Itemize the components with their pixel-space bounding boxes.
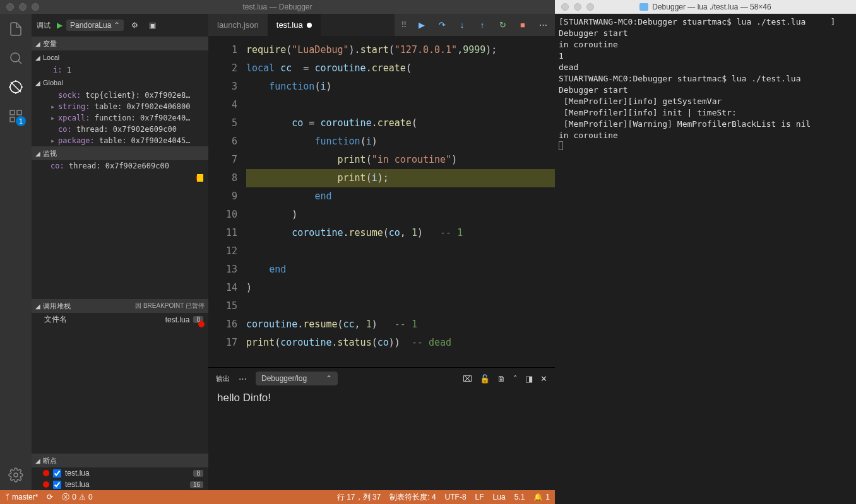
svg-rect-3 bbox=[17, 110, 21, 115]
problems[interactable]: ⓧ 0 ⚠ 0 bbox=[62, 492, 92, 503]
terminal-title: Debugger — lua ./test.lua — 58×46 bbox=[652, 3, 771, 11]
var-row[interactable]: ▸xpcall: function: 0x7f902e40… bbox=[32, 112, 208, 124]
var-row[interactable]: ▸package: table: 0x7f902e4045… bbox=[32, 135, 208, 146]
global-vars: sock: tcp{client}: 0x7f902e8… ▸string: t… bbox=[32, 90, 208, 146]
terminal-body[interactable]: [STUARTWANG-MC0:Debugger stuartmac$ lua … bbox=[555, 14, 856, 504]
notifications-icon[interactable]: 🔔 1 bbox=[533, 492, 550, 503]
git-branch[interactable]: ᛘ master* bbox=[5, 493, 38, 501]
watch-row: co: thread: 0x7f902e609c00 bbox=[32, 160, 208, 172]
close-window-icon[interactable] bbox=[6, 3, 14, 11]
code-body[interactable]: require("LuaDebug").start("127.0.0.1",99… bbox=[246, 36, 555, 367]
extensions-icon[interactable]: 1 bbox=[7, 107, 25, 125]
debug-sidebar: 调试 ▶ PandoraLua⌃ ⚙ ▣ ◢变量 ◢Local i: 1 ◢Gl… bbox=[32, 14, 208, 490]
svg-point-0 bbox=[11, 53, 20, 62]
open-file-icon[interactable]: 🗎 bbox=[497, 374, 506, 384]
editor-tabs: launch.json test.lua ⠿ ▶ ↷ ↓ ↑ ↻ ■ ⋯ bbox=[208, 14, 555, 36]
code-editor[interactable]: 1234567 8 9101112131415 16 17 require("L… bbox=[208, 36, 555, 367]
encoding[interactable]: UTF-8 bbox=[445, 492, 467, 503]
variables-section[interactable]: ◢变量 bbox=[32, 37, 208, 50]
more-icon[interactable]: ⋯ bbox=[537, 20, 549, 30]
step-into-icon[interactable]: ↓ bbox=[456, 20, 468, 30]
pause-reason: 因 BREAKPOINT 已暂停 bbox=[135, 302, 205, 310]
close-panel-icon[interactable]: ✕ bbox=[540, 374, 547, 384]
breakpoint-icon[interactable] bbox=[198, 321, 205, 327]
titlebar: test.lua — Debugger bbox=[0, 0, 555, 14]
clear-output-icon[interactable]: ⌧ bbox=[463, 374, 472, 384]
terminal-window: Debugger — lua ./test.lua — 58×46 [STUAR… bbox=[555, 0, 856, 504]
continue-icon[interactable]: ▶ bbox=[416, 20, 427, 30]
output-channel-select[interactable]: Debugger/log⌃ bbox=[256, 372, 338, 385]
explorer-icon[interactable] bbox=[7, 20, 25, 38]
split-icon[interactable]: ◨ bbox=[525, 374, 533, 384]
svg-rect-4 bbox=[10, 117, 15, 122]
debug-console-icon[interactable]: ▣ bbox=[145, 21, 159, 30]
variables-global[interactable]: ◢Global bbox=[32, 76, 208, 90]
current-line-icon bbox=[197, 174, 203, 182]
terminal-titlebar: Debugger — lua ./test.lua — 58×46 bbox=[555, 0, 856, 14]
folder-icon bbox=[639, 3, 648, 11]
language-mode[interactable]: Lua bbox=[493, 492, 506, 503]
var-row: co: thread: 0x7f902e609c00 bbox=[32, 124, 208, 135]
extensions-badge: 1 bbox=[16, 116, 26, 126]
panel-tab-output[interactable]: 输出 bbox=[216, 374, 230, 384]
activity-bar: 1 bbox=[0, 14, 32, 490]
stop-icon[interactable]: ■ bbox=[517, 20, 528, 30]
debug-toolbar: ⠿ ▶ ↷ ↓ ↑ ↻ ■ ⋯ bbox=[395, 14, 555, 36]
restart-icon[interactable]: ↻ bbox=[497, 20, 508, 30]
var-row: i: 1 bbox=[32, 64, 208, 76]
watch-section[interactable]: ◢监视 bbox=[32, 146, 208, 160]
debug-settings-icon[interactable]: ⚙ bbox=[128, 21, 141, 30]
gutter[interactable]: 1234567 8 9101112131415 16 17 bbox=[208, 36, 246, 367]
breakpoint-dot-icon bbox=[43, 470, 49, 476]
breakpoint-row[interactable]: test.lua16 bbox=[32, 479, 208, 490]
svg-rect-2 bbox=[10, 110, 15, 115]
local-vars: i: 1 bbox=[32, 64, 208, 76]
drag-handle-icon[interactable]: ⠿ bbox=[401, 20, 407, 30]
variables-local[interactable]: ◢Local bbox=[32, 50, 208, 64]
settings-gear-icon[interactable] bbox=[7, 466, 25, 484]
zoom-window-icon[interactable] bbox=[32, 3, 39, 11]
tab-size[interactable]: 制表符长度: 4 bbox=[389, 492, 436, 503]
window-title: test.lua — Debugger bbox=[0, 3, 555, 11]
start-debug-icon[interactable]: ▶ bbox=[57, 21, 62, 30]
debug-config-select[interactable]: PandoraLua⌃ bbox=[66, 20, 124, 31]
cursor-icon bbox=[559, 141, 563, 150]
search-icon[interactable] bbox=[7, 49, 25, 67]
debug-label: 调试 bbox=[37, 21, 51, 30]
tab-test-lua[interactable]: test.lua bbox=[268, 14, 321, 36]
lua-version[interactable]: 5.1 bbox=[514, 492, 525, 503]
output-panel: 输出 ⋯ Debugger/log⌃ ⌧ 🔓 🗎 ˄ ◨ ✕ hello Din… bbox=[208, 367, 555, 490]
status-bar: ᛘ master* ⟳ ⓧ 0 ⚠ 0 行 17，列 37 制表符长度: 4 U… bbox=[0, 490, 555, 504]
step-over-icon[interactable]: ↷ bbox=[436, 20, 448, 30]
cursor-position[interactable]: 行 17，列 37 bbox=[337, 492, 381, 503]
breakpoint-checkbox[interactable] bbox=[53, 469, 61, 478]
svg-point-5 bbox=[14, 473, 18, 477]
step-out-icon[interactable]: ↑ bbox=[477, 20, 488, 30]
tab-launch-json[interactable]: launch.json bbox=[208, 14, 268, 36]
modified-dot-icon bbox=[307, 23, 312, 28]
collapse-icon[interactable]: ˄ bbox=[513, 374, 518, 384]
callstack-section[interactable]: ◢调用堆栈因 BREAKPOINT 已暂停 bbox=[32, 299, 208, 313]
output-body[interactable]: hello Dinfo! bbox=[208, 389, 555, 490]
var-row: sock: tcp{client}: 0x7f902e8… bbox=[32, 90, 208, 101]
minimize-window-icon[interactable] bbox=[19, 3, 27, 11]
breakpoint-checkbox[interactable] bbox=[53, 481, 61, 489]
debug-icon[interactable] bbox=[7, 78, 25, 96]
watch-vars: co: thread: 0x7f902e609c00 bbox=[32, 160, 208, 172]
var-row[interactable]: ▸string: table: 0x7f902e406800 bbox=[32, 101, 208, 112]
breakpoint-dot-icon bbox=[43, 481, 49, 488]
lock-scroll-icon[interactable]: 🔓 bbox=[480, 374, 490, 384]
sync-icon[interactable]: ⟳ bbox=[47, 493, 53, 501]
callstack-row[interactable]: 文件名test.lua8 bbox=[32, 313, 208, 326]
breakpoint-row[interactable]: test.lua8 bbox=[32, 467, 208, 479]
breakpoints-section[interactable]: ◢断点 bbox=[32, 454, 208, 467]
eol[interactable]: LF bbox=[475, 492, 484, 503]
panel-more-icon[interactable]: ⋯ bbox=[239, 374, 247, 384]
